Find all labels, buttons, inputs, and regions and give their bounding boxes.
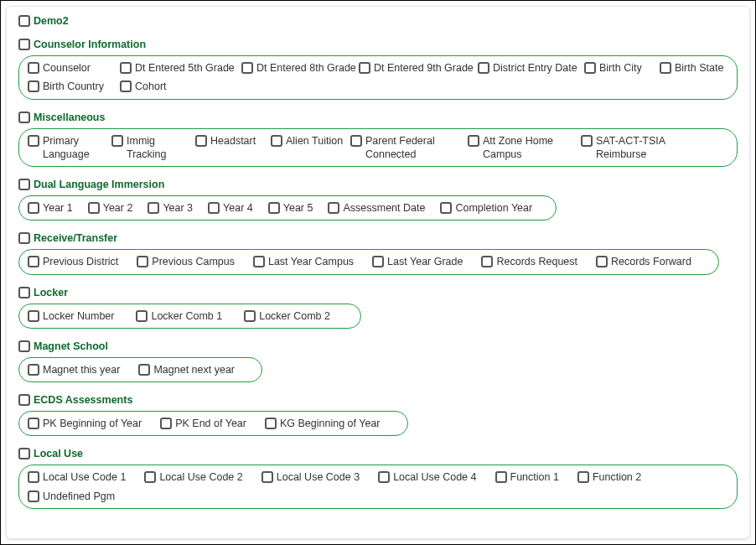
chk-dt-5th[interactable] (120, 62, 132, 74)
chk-parent-federal[interactable] (350, 135, 362, 147)
lbl-prev-district: Previous District (43, 255, 118, 268)
lbl-pk-end: PK End of Year (175, 417, 246, 430)
section-title-ecds: ECDS Assessments (34, 394, 132, 406)
lbl-local-code1: Local Use Code 1 (43, 470, 126, 484)
chk-locker-number[interactable] (28, 310, 39, 322)
chk-birth-state[interactable] (660, 62, 671, 74)
chk-records-forward[interactable] (596, 256, 608, 267)
section-checkbox-local[interactable] (18, 448, 30, 459)
chk-function1[interactable] (495, 471, 507, 483)
lbl-locker-comb1: Locker Comb 1 (151, 309, 222, 323)
chk-cohort[interactable] (120, 80, 132, 92)
section-receive-transfer: Receive/Transfer Previous District Previ… (18, 232, 738, 274)
lbl-att-zone: Att Zone Home Campus (483, 134, 581, 162)
lbl-year5: Year 5 (283, 201, 313, 215)
group-magnet: Magnet this year Magnet next year (18, 357, 262, 382)
group-misc: Primary Language Immig Tracking Headstar… (18, 128, 738, 168)
chk-local-code1[interactable] (28, 471, 39, 483)
chk-local-code3[interactable] (261, 471, 273, 483)
section-checkbox-counselor[interactable] (18, 39, 30, 50)
page-title-checkbox[interactable] (18, 15, 30, 27)
chk-records-request[interactable] (481, 256, 493, 267)
chk-year5[interactable] (268, 202, 280, 214)
section-checkbox-locker[interactable] (18, 287, 30, 298)
chk-att-zone[interactable] (468, 135, 479, 147)
section-title-counselor: Counselor Information (34, 39, 146, 50)
group-local: Local Use Code 1 Local Use Code 2 Local … (18, 465, 738, 509)
lbl-locker-number: Locker Number (43, 309, 114, 323)
chk-dt-9th[interactable] (359, 62, 370, 74)
chk-prev-campus[interactable] (137, 256, 148, 267)
section-title-magnet: Magnet School (34, 340, 108, 352)
chk-birth-country[interactable] (28, 80, 39, 92)
group-counselor: Counselor Dt Entered 5th Grade Dt Entere… (18, 55, 738, 100)
chk-prev-district[interactable] (28, 256, 39, 267)
lbl-records-request: Records Request (496, 255, 577, 268)
chk-primary-language[interactable] (28, 135, 39, 147)
lbl-local-code3: Local Use Code 3 (277, 470, 360, 484)
chk-district-entry[interactable] (478, 62, 489, 74)
chk-kg-begin[interactable] (265, 418, 277, 429)
chk-completion-year[interactable] (440, 202, 452, 214)
section-checkbox-dli[interactable] (18, 179, 30, 190)
lbl-dt-8th: Dt Entered 8th Grade (256, 61, 356, 75)
section-checkbox-ecds[interactable] (18, 394, 30, 406)
lbl-alien-tuition: Alien Tuition (286, 134, 343, 148)
lbl-birth-country: Birth Country (43, 80, 104, 93)
chk-local-code2[interactable] (144, 471, 156, 483)
section-title-dli: Dual Language Immersion (34, 179, 164, 190)
lbl-assessment-date: Assessment Date (343, 201, 425, 215)
lbl-year2: Year 2 (103, 201, 133, 215)
chk-pk-end[interactable] (160, 418, 172, 429)
lbl-birth-state: Birth State (675, 61, 723, 75)
lbl-headstart: Headstart (210, 134, 256, 148)
lbl-locker-comb2: Locker Comb 2 (259, 309, 330, 323)
section-checkbox-misc[interactable] (18, 112, 30, 123)
lbl-primary-language: Primary Language (43, 134, 111, 162)
section-checkbox-magnet[interactable] (18, 340, 30, 352)
chk-counselor[interactable] (28, 62, 39, 74)
section-title-locker: Locker (34, 287, 68, 298)
chk-magnet-this-year[interactable] (28, 364, 39, 376)
chk-immig-tracking[interactable] (111, 135, 123, 147)
section-checkbox-rt[interactable] (18, 232, 30, 244)
lbl-cohort: Cohort (135, 80, 167, 93)
lbl-year4: Year 4 (223, 201, 253, 215)
chk-last-year-grade[interactable] (372, 256, 384, 267)
section-title-misc: Miscellaneous (34, 112, 105, 123)
chk-year3[interactable] (148, 202, 159, 214)
section-title-local: Local Use (34, 448, 83, 459)
lbl-last-year-grade: Last Year Grade (387, 255, 463, 268)
chk-function2[interactable] (577, 471, 589, 483)
lbl-last-year-campus: Last Year Campus (268, 255, 354, 268)
chk-locker-comb1[interactable] (136, 310, 148, 322)
chk-alien-tuition[interactable] (271, 135, 282, 147)
section-miscellaneous: Miscellaneous Primary Language Immig Tra… (18, 112, 738, 168)
chk-year2[interactable] (88, 202, 100, 214)
lbl-completion-year: Completion Year (455, 201, 532, 215)
section-local-use: Local Use Local Use Code 1 Local Use Cod… (18, 448, 738, 509)
chk-magnet-next-year[interactable] (138, 364, 150, 376)
chk-birth-city[interactable] (584, 62, 596, 74)
lbl-magnet-this-year: Magnet this year (43, 363, 120, 376)
chk-assessment-date[interactable] (328, 202, 339, 214)
lbl-local-code2: Local Use Code 2 (159, 470, 242, 484)
chk-last-year-campus[interactable] (253, 256, 265, 267)
chk-year1[interactable] (28, 202, 39, 214)
chk-dt-8th[interactable] (241, 62, 253, 74)
lbl-prev-campus: Previous Campus (152, 255, 235, 268)
chk-local-code4[interactable] (378, 471, 390, 483)
group-ecds: PK Beginning of Year PK End of Year KG B… (18, 411, 408, 436)
lbl-magnet-next-year: Magnet next year (153, 363, 235, 376)
chk-locker-comb2[interactable] (244, 310, 256, 322)
lbl-dt-9th: Dt Entered 9th Grade (374, 61, 474, 75)
chk-year4[interactable] (208, 202, 220, 214)
lbl-kg-begin: KG Beginning of Year (280, 417, 381, 430)
lbl-local-code4: Local Use Code 4 (393, 470, 476, 484)
lbl-undefined-pgm: Undefined Pgm (43, 490, 115, 503)
chk-pk-begin[interactable] (28, 418, 39, 429)
chk-undefined-pgm[interactable] (28, 490, 39, 502)
chk-sat-act[interactable] (581, 135, 593, 147)
section-locker: Locker Locker Number Locker Comb 1 Locke… (18, 287, 738, 329)
chk-headstart[interactable] (195, 135, 207, 147)
